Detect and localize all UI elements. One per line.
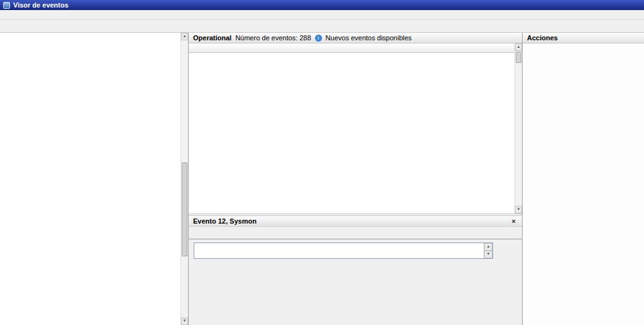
details-title: Evento 12, Sysmon bbox=[193, 217, 257, 225]
event-list-body bbox=[189, 53, 514, 214]
event-viewer-window: Visor de eventos Operational Número de e… bbox=[0, 0, 644, 325]
main-content: Operational Número de eventos: 288 Nuevo… bbox=[0, 33, 644, 325]
actions-pane: Acciones bbox=[523, 33, 644, 325]
event-list-header bbox=[189, 43, 514, 53]
scroll-up-icon[interactable] bbox=[181, 33, 188, 40]
new-events-label: Nuevos eventos disponibles bbox=[326, 34, 412, 42]
scroll-track[interactable] bbox=[181, 40, 188, 317]
scroll-track[interactable] bbox=[515, 51, 522, 206]
scroll-down-icon[interactable] bbox=[484, 251, 492, 258]
results-pane: Operational Número de eventos: 288 Nuevo… bbox=[189, 33, 523, 325]
event-message-box[interactable] bbox=[194, 242, 493, 259]
scroll-down-icon[interactable] bbox=[515, 206, 522, 214]
details-content bbox=[189, 239, 522, 325]
close-icon[interactable] bbox=[510, 217, 518, 225]
title-bar[interactable]: Visor de eventos bbox=[0, 0, 644, 10]
toolbar bbox=[0, 20, 644, 33]
event-details-pane: Evento 12, Sysmon bbox=[189, 216, 522, 325]
log-header: Operational Número de eventos: 288 Nuevo… bbox=[189, 33, 522, 43]
tree-scrollbar[interactable] bbox=[180, 33, 188, 325]
event-count-label: Número de eventos: 288 bbox=[235, 34, 311, 42]
console-tree-panel bbox=[0, 33, 189, 325]
message-scrollbar[interactable] bbox=[484, 243, 492, 258]
new-events-icon bbox=[315, 35, 322, 42]
event-list bbox=[189, 43, 522, 214]
event-message-text bbox=[194, 243, 484, 258]
scroll-thumb[interactable] bbox=[182, 162, 187, 257]
scroll-up-icon[interactable] bbox=[515, 43, 522, 51]
details-tabs bbox=[189, 227, 522, 239]
console-tree bbox=[0, 33, 180, 325]
menu-bar bbox=[0, 10, 644, 20]
log-title: Operational bbox=[193, 34, 231, 42]
scroll-down-icon[interactable] bbox=[181, 317, 188, 325]
app-icon bbox=[3, 2, 10, 9]
details-header: Evento 12, Sysmon bbox=[189, 216, 522, 227]
event-list-scrollbar[interactable] bbox=[514, 43, 522, 214]
actions-title: Acciones bbox=[523, 33, 644, 43]
scroll-thumb[interactable] bbox=[516, 52, 521, 63]
scroll-up-icon[interactable] bbox=[484, 243, 492, 251]
window-title: Visor de eventos bbox=[13, 1, 69, 9]
